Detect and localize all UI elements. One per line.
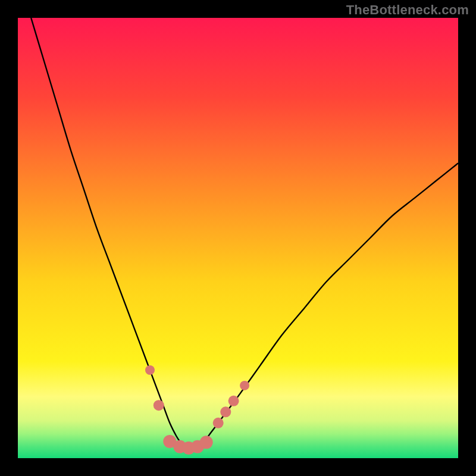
marker-bottom-5 [200,436,213,449]
gradient-background [18,18,458,458]
watermark-text: TheBottleneck.com [346,2,469,18]
bottleneck-chart [18,18,458,458]
marker-right-2 [220,406,231,417]
chart-frame: TheBottleneck.com [0,0,476,476]
marker-left-upper [145,365,155,375]
marker-right-upper [240,381,249,390]
marker-right-3 [228,396,239,406]
marker-right-1 [213,418,224,428]
marker-left-edge [154,400,164,411]
